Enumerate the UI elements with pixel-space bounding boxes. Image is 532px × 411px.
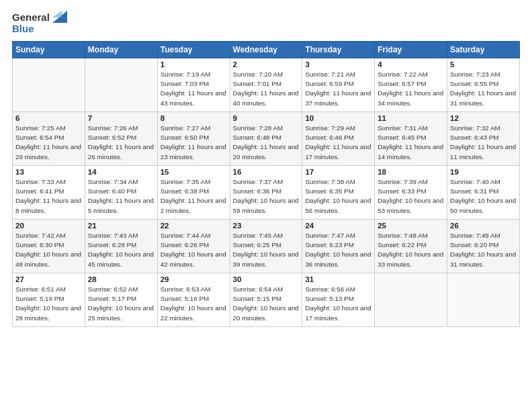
- day-number: 3: [305, 60, 371, 68]
- day-info: Sunrise: 7:39 AMSunset: 6:33 PMDaylight:…: [378, 177, 444, 216]
- day-number: 16: [233, 168, 300, 176]
- day-number: 24: [305, 222, 371, 230]
- calendar-week-4: 20Sunrise: 7:42 AMSunset: 6:30 PMDayligh…: [13, 220, 520, 273]
- day-info: Sunrise: 6:56 AMSunset: 5:13 PMDaylight:…: [305, 285, 371, 323]
- calendar-cell: [447, 273, 520, 327]
- day-number: 5: [450, 60, 517, 68]
- day-number: 2: [233, 60, 300, 68]
- calendar-cell: 4Sunrise: 7:22 AMSunset: 6:57 PMDaylight…: [375, 58, 447, 112]
- day-info: Sunrise: 7:26 AMSunset: 6:52 PMDaylight:…: [88, 124, 154, 162]
- day-number: 14: [88, 168, 154, 176]
- day-number: 17: [305, 168, 371, 176]
- calendar-cell: 14Sunrise: 7:34 AMSunset: 6:40 PMDayligh…: [85, 166, 157, 220]
- calendar-header-saturday: Saturday: [447, 42, 520, 58]
- page: General Blue SundayMondayTuesdayWednesda…: [0, 0, 532, 411]
- calendar-cell: 30Sunrise: 6:54 AMSunset: 5:15 PMDayligh…: [230, 273, 302, 327]
- calendar-cell: 12Sunrise: 7:32 AMSunset: 6:43 PMDayligh…: [447, 112, 520, 166]
- day-number: 1: [161, 60, 227, 68]
- logo-blue: Blue: [12, 23, 34, 34]
- day-number: 9: [233, 114, 300, 122]
- day-info: Sunrise: 7:31 AMSunset: 6:45 PMDaylight:…: [378, 124, 444, 162]
- day-info: Sunrise: 7:25 AMSunset: 6:54 PMDaylight:…: [15, 124, 82, 162]
- calendar-cell: 31Sunrise: 6:56 AMSunset: 5:13 PMDayligh…: [302, 273, 375, 327]
- calendar-header-wednesday: Wednesday: [230, 42, 302, 58]
- calendar-header-tuesday: Tuesday: [157, 42, 230, 58]
- calendar-cell: 24Sunrise: 7:47 AMSunset: 6:23 PMDayligh…: [302, 220, 375, 273]
- day-info: Sunrise: 7:42 AMSunset: 6:30 PMDaylight:…: [15, 231, 82, 269]
- calendar-cell: 26Sunrise: 7:49 AMSunset: 6:20 PMDayligh…: [447, 220, 520, 273]
- calendar-cell: 20Sunrise: 7:42 AMSunset: 6:30 PMDayligh…: [13, 220, 85, 273]
- day-info: Sunrise: 6:53 AMSunset: 5:16 PMDaylight:…: [161, 285, 227, 323]
- calendar-cell: 19Sunrise: 7:40 AMSunset: 6:31 PMDayligh…: [447, 166, 520, 220]
- calendar-cell: 25Sunrise: 7:48 AMSunset: 6:22 PMDayligh…: [375, 220, 447, 273]
- day-info: Sunrise: 7:33 AMSunset: 6:41 PMDaylight:…: [15, 177, 82, 216]
- day-number: 7: [88, 114, 154, 122]
- day-number: 27: [15, 275, 82, 283]
- day-info: Sunrise: 7:23 AMSunset: 6:55 PMDaylight:…: [450, 70, 517, 108]
- day-info: Sunrise: 6:52 AMSunset: 5:17 PMDaylight:…: [88, 285, 154, 323]
- calendar-cell: 28Sunrise: 6:52 AMSunset: 5:17 PMDayligh…: [85, 273, 157, 327]
- calendar-cell: [85, 58, 157, 112]
- day-info: Sunrise: 7:43 AMSunset: 6:28 PMDaylight:…: [88, 231, 154, 269]
- day-number: 30: [233, 275, 300, 283]
- calendar-header-row: SundayMondayTuesdayWednesdayThursdayFrid…: [13, 42, 520, 58]
- day-info: Sunrise: 7:47 AMSunset: 6:23 PMDaylight:…: [305, 231, 371, 269]
- calendar-week-3: 13Sunrise: 7:33 AMSunset: 6:41 PMDayligh…: [13, 166, 520, 220]
- day-info: Sunrise: 6:51 AMSunset: 5:19 PMDaylight:…: [15, 285, 82, 323]
- day-info: Sunrise: 7:49 AMSunset: 6:20 PMDaylight:…: [450, 231, 517, 269]
- day-number: 21: [88, 222, 154, 230]
- day-info: Sunrise: 6:54 AMSunset: 5:15 PMDaylight:…: [233, 285, 300, 323]
- day-info: Sunrise: 7:38 AMSunset: 6:35 PMDaylight:…: [305, 177, 371, 216]
- day-info: Sunrise: 7:34 AMSunset: 6:40 PMDaylight:…: [88, 177, 154, 216]
- day-info: Sunrise: 7:48 AMSunset: 6:22 PMDaylight:…: [378, 231, 444, 269]
- calendar-header-thursday: Thursday: [302, 42, 375, 58]
- day-info: Sunrise: 7:40 AMSunset: 6:31 PMDaylight:…: [450, 177, 517, 216]
- calendar-cell: 11Sunrise: 7:31 AMSunset: 6:45 PMDayligh…: [375, 112, 447, 166]
- day-number: 25: [378, 222, 444, 230]
- day-number: 13: [15, 168, 82, 176]
- day-number: 28: [88, 275, 154, 283]
- calendar-cell: [375, 273, 447, 327]
- day-number: 6: [15, 114, 82, 122]
- day-number: 15: [161, 168, 227, 176]
- header: General Blue: [12, 11, 520, 34]
- calendar-cell: [13, 58, 85, 112]
- day-info: Sunrise: 7:19 AMSunset: 7:03 PMDaylight:…: [161, 70, 227, 108]
- calendar-week-2: 6Sunrise: 7:25 AMSunset: 6:54 PMDaylight…: [13, 112, 520, 166]
- day-info: Sunrise: 7:29 AMSunset: 6:46 PMDaylight:…: [305, 124, 371, 162]
- logo-triangle-icon: [52, 11, 67, 23]
- calendar-header-friday: Friday: [375, 42, 447, 58]
- calendar-table: SundayMondayTuesdayWednesdayThursdayFrid…: [12, 41, 520, 327]
- day-number: 20: [15, 222, 82, 230]
- day-info: Sunrise: 7:28 AMSunset: 6:48 PMDaylight:…: [233, 124, 300, 162]
- calendar-cell: 8Sunrise: 7:27 AMSunset: 6:50 PMDaylight…: [157, 112, 230, 166]
- day-info: Sunrise: 7:22 AMSunset: 6:57 PMDaylight:…: [378, 70, 444, 108]
- calendar-cell: 22Sunrise: 7:44 AMSunset: 6:26 PMDayligh…: [157, 220, 230, 273]
- calendar-cell: 29Sunrise: 6:53 AMSunset: 5:16 PMDayligh…: [157, 273, 230, 327]
- calendar-cell: 17Sunrise: 7:38 AMSunset: 6:35 PMDayligh…: [302, 166, 375, 220]
- calendar-cell: 9Sunrise: 7:28 AMSunset: 6:48 PMDaylight…: [230, 112, 302, 166]
- day-number: 31: [305, 275, 371, 283]
- calendar-week-5: 27Sunrise: 6:51 AMSunset: 5:19 PMDayligh…: [13, 273, 520, 327]
- calendar-cell: 6Sunrise: 7:25 AMSunset: 6:54 PMDaylight…: [13, 112, 85, 166]
- day-number: 10: [305, 114, 371, 122]
- calendar-cell: 3Sunrise: 7:21 AMSunset: 6:59 PMDaylight…: [302, 58, 375, 112]
- day-number: 22: [161, 222, 227, 230]
- day-info: Sunrise: 7:20 AMSunset: 7:01 PMDaylight:…: [233, 70, 300, 108]
- calendar-header-monday: Monday: [85, 42, 157, 58]
- day-number: 23: [233, 222, 300, 230]
- day-number: 18: [378, 168, 444, 176]
- calendar-cell: 10Sunrise: 7:29 AMSunset: 6:46 PMDayligh…: [302, 112, 375, 166]
- calendar-header-sunday: Sunday: [13, 42, 85, 58]
- day-info: Sunrise: 7:37 AMSunset: 6:36 PMDaylight:…: [233, 177, 300, 216]
- calendar-cell: 21Sunrise: 7:43 AMSunset: 6:28 PMDayligh…: [85, 220, 157, 273]
- day-number: 12: [450, 114, 517, 122]
- day-number: 26: [450, 222, 517, 230]
- calendar-cell: 15Sunrise: 7:35 AMSunset: 6:38 PMDayligh…: [157, 166, 230, 220]
- calendar-cell: 7Sunrise: 7:26 AMSunset: 6:52 PMDaylight…: [85, 112, 157, 166]
- day-number: 4: [378, 60, 444, 68]
- calendar-week-1: 1Sunrise: 7:19 AMSunset: 7:03 PMDaylight…: [13, 58, 520, 112]
- day-info: Sunrise: 7:21 AMSunset: 6:59 PMDaylight:…: [305, 70, 371, 108]
- calendar-cell: 5Sunrise: 7:23 AMSunset: 6:55 PMDaylight…: [447, 58, 520, 112]
- calendar-cell: 16Sunrise: 7:37 AMSunset: 6:36 PMDayligh…: [230, 166, 302, 220]
